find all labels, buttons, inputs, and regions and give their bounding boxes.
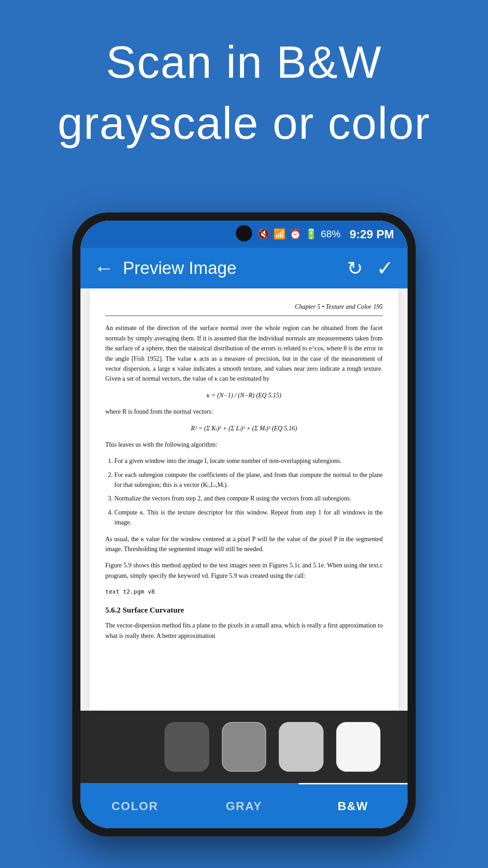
document-page: Chapter 5 • Texture and Color 195 An est… <box>89 288 399 711</box>
swatch-white[interactable] <box>336 722 380 772</box>
battery-percent: 68% <box>321 228 341 240</box>
swatch-lightgray[interactable] <box>279 722 323 772</box>
status-icons: 🔇 📶 ⏰ 🔋 68% <box>258 228 341 240</box>
tab-bar: COLOR GRAY B&W <box>80 783 408 828</box>
headline-line2: grayscale or color <box>0 97 488 149</box>
phone-mockup: 🔇 📶 ⏰ 🔋 68% 9:29 PM ← Preview Image ↻ ✓ <box>72 212 416 836</box>
status-time: 9:29 PM <box>350 227 394 241</box>
swatch-midgray[interactable] <box>222 722 267 772</box>
headline-line1: Scan in B&W <box>0 36 488 88</box>
alarm-icon: ⏰ <box>289 228 301 240</box>
doc-algorithm-intro: This leaves us with the following algori… <box>105 440 383 450</box>
toolbar-actions: ↻ ✓ <box>347 256 394 280</box>
tab-bw[interactable]: B&W <box>299 783 408 828</box>
doc-section-title: 5.6.2 Surface Curvature <box>105 604 383 616</box>
phone-screen: 🔇 📶 ⏰ 🔋 68% 9:29 PM ← Preview Image ↻ ✓ <box>80 221 408 828</box>
tab-gray[interactable]: GRAY <box>189 783 298 828</box>
doc-where-text: where R is found from the normal vectors… <box>105 407 383 417</box>
swatch-darkgray[interactable] <box>164 722 209 772</box>
tab-color[interactable]: COLOR <box>80 783 189 828</box>
header-section: Scan in B&W grayscale or color <box>0 0 488 149</box>
doc-header: Chapter 5 • Texture and Color 195 <box>105 302 383 316</box>
doc-steps-list: For a given window into the image I, loc… <box>114 456 383 528</box>
doc-step-1: For a given window into the image I, loc… <box>114 456 383 466</box>
confirm-button[interactable]: ✓ <box>376 256 394 280</box>
doc-step-3: Normalize the vectors from step 2, and t… <box>114 494 383 504</box>
swatches-area <box>80 711 408 783</box>
doc-formula-2: R² = (Σ Kᵢ)² + (Σ Lᵢ)² + (Σ Mᵢ)² (EQ 5.1… <box>105 424 383 434</box>
doc-formula-1: κ = (N−1) / (N−R) (EQ 5.15) <box>105 391 383 401</box>
wifi-icon: 📶 <box>273 228 286 240</box>
doc-paragraph-2: As usual, the κ value for the window cen… <box>105 534 383 555</box>
back-button[interactable]: ← <box>94 258 114 278</box>
doc-code: text t2.pgm v8 <box>105 587 383 597</box>
doc-step-4: Compute κ. This is the texture descripto… <box>114 508 383 528</box>
battery-icon: 🔋 <box>305 228 317 240</box>
doc-step-2: For each subregion compute the coefficie… <box>114 470 383 491</box>
phone-shell: 🔇 📶 ⏰ 🔋 68% 9:29 PM ← Preview Image ↻ ✓ <box>72 212 416 836</box>
swatch-black[interactable] <box>108 722 152 772</box>
mute-icon: 🔇 <box>258 228 270 240</box>
rotate-button[interactable]: ↻ <box>347 257 363 279</box>
doc-paragraph-1: An estimate of the direction of the surf… <box>105 323 383 384</box>
doc-section-text: The vector-dispersion method fits a plan… <box>105 621 383 641</box>
toolbar-title: Preview Image <box>123 259 338 278</box>
screen-content: 🔇 📶 ⏰ 🔋 68% 9:29 PM ← Preview Image ↻ ✓ <box>80 221 408 828</box>
document-area: Chapter 5 • Texture and Color 195 An est… <box>89 288 399 711</box>
doc-paragraph-3: Figure 5.9 shows this method applied to … <box>105 561 383 581</box>
app-toolbar: ← Preview Image ↻ ✓ <box>80 248 408 288</box>
camera-cutout <box>236 225 252 241</box>
